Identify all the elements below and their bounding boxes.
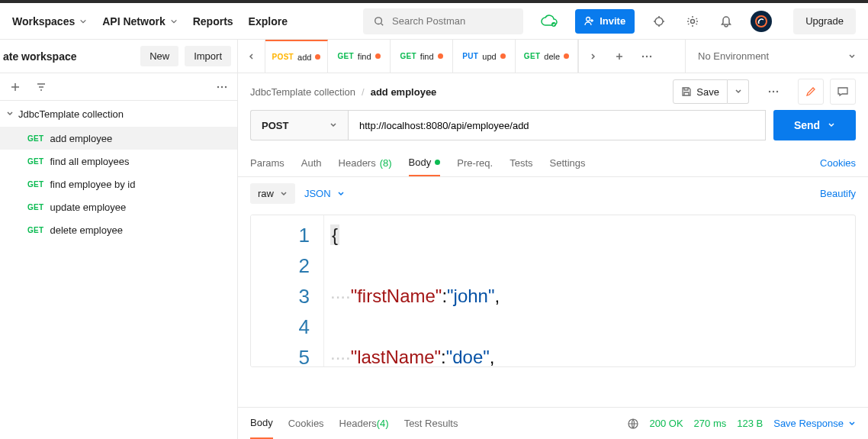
comment-icon[interactable] bbox=[830, 79, 856, 105]
request-tab[interactable]: POSTadd bbox=[265, 40, 328, 73]
chevron-down-icon bbox=[848, 53, 856, 60]
gear-icon[interactable] bbox=[683, 12, 702, 31]
upgrade-button[interactable]: Upgrade bbox=[793, 8, 856, 34]
method-badge: GET bbox=[400, 52, 416, 60]
body-type-select[interactable]: raw bbox=[250, 183, 295, 204]
save-response-button[interactable]: Save Response bbox=[773, 418, 856, 429]
sidebar-request-item[interactable]: GETupdate employee bbox=[0, 195, 237, 218]
tab-settings[interactable]: Settings bbox=[550, 150, 586, 176]
modified-dot-icon bbox=[438, 53, 443, 59]
breadcrumb-collection[interactable]: JdbcTemplate collection bbox=[250, 86, 355, 98]
nav-explore[interactable]: Explore bbox=[249, 15, 288, 27]
body-format-select[interactable]: JSON bbox=[304, 188, 345, 199]
tab-tests[interactable]: Tests bbox=[510, 150, 532, 176]
nav-explore-label: Explore bbox=[249, 15, 288, 27]
sidebar-request-item[interactable]: GETdelete employee bbox=[0, 218, 237, 241]
request-subtabs: Params Auth Headers (8) Body Pre-req. Te… bbox=[238, 150, 868, 177]
method-badge: GET bbox=[27, 226, 43, 234]
response-tabs: Body Cookies Headers (4) Test Results 20… bbox=[238, 407, 868, 439]
tab-add[interactable] bbox=[606, 40, 633, 73]
search-box[interactable] bbox=[363, 8, 523, 34]
send-button[interactable]: Send bbox=[773, 110, 856, 140]
collection-header[interactable]: JdbcTemplate collection bbox=[0, 101, 237, 127]
svg-point-10 bbox=[642, 55, 644, 56]
svg-point-13 bbox=[769, 91, 770, 92]
resp-time: 270 ms bbox=[694, 418, 727, 429]
chevron-down-icon bbox=[330, 121, 337, 129]
body-editor[interactable]: 12345 { ····"firstName":"john", ····"las… bbox=[250, 215, 856, 367]
resp-tab-cookies[interactable]: Cookies bbox=[288, 408, 324, 439]
cookies-link[interactable]: Cookies bbox=[820, 150, 856, 176]
request-tab[interactable]: GETdele bbox=[516, 40, 578, 73]
capture-icon[interactable] bbox=[650, 12, 668, 31]
nav-workspaces-label: Workspaces bbox=[12, 15, 75, 27]
collection-name: JdbcTemplate collection bbox=[18, 108, 124, 120]
edit-icon[interactable] bbox=[798, 79, 824, 105]
chevron-down-icon bbox=[828, 121, 835, 129]
tab-params[interactable]: Params bbox=[250, 150, 285, 176]
tab-body[interactable]: Body bbox=[409, 150, 441, 176]
method-select[interactable]: POST bbox=[250, 110, 348, 140]
sync-icon[interactable] bbox=[538, 11, 560, 32]
tab-label: add bbox=[297, 53, 311, 62]
search-input[interactable] bbox=[392, 15, 513, 27]
sidebar-request-item[interactable]: GETadd employee bbox=[0, 127, 237, 150]
breadcrumb-request: add employee bbox=[371, 86, 437, 98]
tab-prev[interactable] bbox=[238, 40, 265, 73]
more-icon[interactable] bbox=[213, 78, 231, 96]
chevron-down-icon bbox=[6, 110, 14, 118]
url-input[interactable] bbox=[348, 110, 766, 140]
chevron-down-icon bbox=[280, 190, 288, 198]
sidebar-request-item[interactable]: GETfind all employees bbox=[0, 150, 237, 173]
svg-point-7 bbox=[217, 86, 219, 87]
tab-prereq[interactable]: Pre-req. bbox=[457, 150, 493, 176]
upgrade-label: Upgrade bbox=[805, 15, 844, 27]
svg-point-2 bbox=[587, 17, 590, 21]
bell-icon[interactable] bbox=[717, 12, 735, 31]
resp-size: 123 B bbox=[737, 418, 763, 429]
tab-headers[interactable]: Headers (8) bbox=[339, 150, 392, 176]
method-badge: GET bbox=[27, 134, 43, 143]
save-dropdown[interactable] bbox=[728, 79, 749, 104]
resp-tab-headers[interactable]: Headers (4) bbox=[339, 408, 389, 439]
resp-tab-test[interactable]: Test Results bbox=[404, 408, 458, 439]
tab-label: find bbox=[358, 52, 371, 61]
tab-auth[interactable]: Auth bbox=[301, 150, 322, 176]
editor-gutter: 12345 bbox=[251, 215, 324, 366]
tab-label: upd bbox=[482, 52, 496, 61]
request-tab[interactable]: GETfind bbox=[328, 40, 391, 73]
chevron-down-icon bbox=[848, 420, 856, 428]
tabs-row: POSTaddGETfindGETfindPUTupdGETdele No En… bbox=[238, 40, 868, 73]
request-tab[interactable]: GETfind bbox=[391, 40, 453, 73]
avatar[interactable] bbox=[751, 11, 772, 32]
editor-code[interactable]: { ····"firstName":"john", ····"lastName"… bbox=[324, 215, 568, 366]
sidebar-request-item[interactable]: GETfind employee by id bbox=[0, 173, 237, 195]
environment-select[interactable]: No Environment bbox=[685, 40, 868, 73]
filter-icon[interactable] bbox=[32, 78, 50, 96]
nav-workspaces[interactable]: Workspaces bbox=[12, 15, 87, 27]
invite-label: Invite bbox=[600, 15, 625, 27]
request-tab[interactable]: PUTupd bbox=[453, 40, 516, 73]
more-actions-icon[interactable] bbox=[764, 82, 783, 101]
modified-dot-icon bbox=[500, 53, 506, 59]
environment-label: No Environment bbox=[698, 50, 769, 62]
svg-point-3 bbox=[655, 18, 663, 25]
tab-label: find bbox=[420, 52, 434, 61]
tab-next[interactable] bbox=[578, 40, 606, 73]
globe-icon bbox=[627, 418, 639, 430]
plus-icon[interactable] bbox=[6, 78, 24, 96]
beautify-button[interactable]: Beautify bbox=[820, 188, 856, 199]
resp-tab-body[interactable]: Body bbox=[250, 408, 273, 439]
save-button[interactable]: Save bbox=[673, 79, 728, 104]
nav-api-network[interactable]: API Network bbox=[102, 15, 177, 27]
method-badge: GET bbox=[27, 203, 43, 211]
request-label: add employee bbox=[50, 133, 112, 144]
method-value: POST bbox=[262, 120, 288, 131]
svg-point-9 bbox=[225, 86, 227, 87]
import-button[interactable]: Import bbox=[185, 46, 231, 66]
invite-button[interactable]: Invite bbox=[575, 9, 635, 34]
user-plus-icon bbox=[584, 16, 595, 27]
tab-more-icon[interactable] bbox=[633, 40, 661, 73]
nav-reports[interactable]: Reports bbox=[193, 15, 233, 27]
new-button[interactable]: New bbox=[140, 46, 178, 66]
